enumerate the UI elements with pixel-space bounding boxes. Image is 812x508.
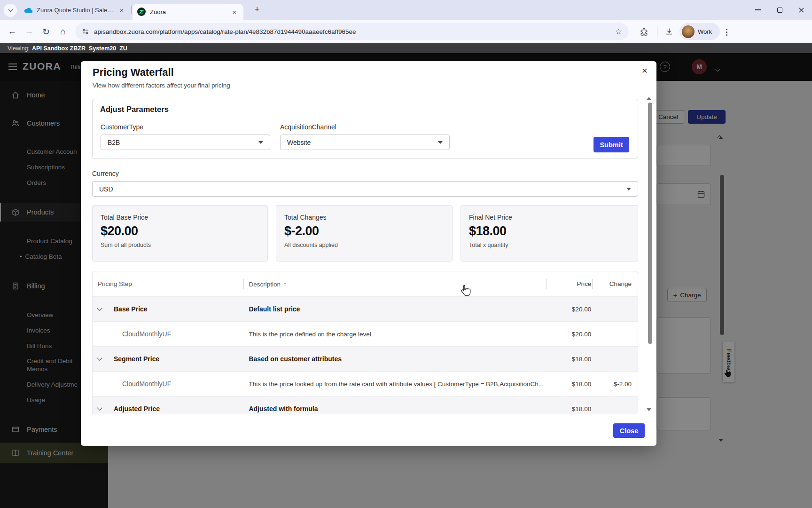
submit-button[interactable]: Submit (593, 137, 629, 152)
profile-avatar (682, 25, 695, 38)
salesforce-cloud-icon (23, 7, 32, 13)
adjust-parameters-heading: Adjust Parameters (100, 105, 169, 114)
screen: Zuora Quote Studio | Salesforce × Zuora … (0, 0, 812, 508)
browser-profile-button[interactable]: Work (679, 23, 720, 40)
acquisition-channel-label: AcquisitionChannel (280, 123, 336, 131)
browser-tab-zuora[interactable]: Zuora × (133, 4, 243, 20)
table-row-adjusted-price[interactable]: Adjusted Price Adjusted with formula $18… (93, 396, 638, 414)
home-button[interactable]: ⌂ (55, 20, 71, 43)
table-row-cloudmonthlyuf-segment[interactable]: CloudMonthlyUF This is the price looked … (93, 371, 638, 396)
tab-search-button[interactable] (4, 4, 17, 17)
modal-title: Pricing Waterfall (93, 66, 174, 79)
close-icon (798, 7, 804, 13)
column-divider (592, 279, 593, 289)
pricing-table: Pricing Step Description↑ Price Change B… (92, 271, 638, 414)
modal-subtitle: View how different factors affect your f… (93, 82, 230, 89)
extensions-button[interactable] (635, 20, 652, 43)
column-description[interactable]: Description↑ (243, 280, 546, 288)
acquisition-channel-select[interactable]: Website (280, 135, 450, 150)
reload-button[interactable]: ↻ (38, 20, 55, 43)
column-price[interactable]: Price (546, 280, 591, 287)
customer-type-label: CustomerType (101, 123, 143, 131)
dropdown-arrow-icon (438, 141, 443, 144)
new-tab-button[interactable]: + (251, 4, 263, 16)
column-change[interactable]: Change (591, 280, 638, 287)
site-info-icon[interactable] (82, 28, 89, 35)
stat-total-changes: Total Changes $-2.00 All discounts appli… (276, 205, 453, 262)
minimize-icon (755, 9, 761, 10)
address-bar[interactable]: apisandbox.zuora.com/platform/apps/catal… (75, 23, 629, 40)
sort-ascending-icon: ↑ (283, 280, 287, 288)
tab-separator (131, 6, 132, 14)
browser-menu-button[interactable] (726, 29, 727, 30)
table-row-cloudmonthlyuf-base[interactable]: CloudMonthlyUF This is the price defined… (93, 321, 638, 346)
banner-prefix: Viewing: (8, 45, 30, 52)
puzzle-icon (640, 27, 648, 36)
column-divider (243, 279, 244, 289)
banner-environment: API Sandbox ZBZR_System20_ZU (32, 45, 127, 52)
currency-select[interactable]: USD (92, 181, 638, 197)
tab-close-icon[interactable]: × (230, 8, 239, 16)
table-row-segment-price[interactable]: Segment Price Based on customer attribut… (93, 346, 638, 371)
stat-total-base-price: Total Base Price $20.00 Sum of all produ… (92, 205, 268, 262)
browser-toolbar: ← → ↻ ⌂ apisandbox.zuora.com/platform/ap… (0, 20, 812, 43)
chevron-down-icon (8, 8, 13, 12)
tab-title: Zuora Quote Studio | Salesforce (37, 7, 114, 14)
url-text[interactable]: apisandbox.zuora.com/platform/apps/catal… (94, 28, 615, 35)
row-collapse-chevron-icon[interactable] (97, 405, 102, 410)
table-row-base-price[interactable]: Base Price Default list price $20.00 (93, 296, 638, 321)
modal-close-icon[interactable]: × (638, 64, 651, 77)
bookmark-star-icon[interactable]: ☆ (615, 27, 622, 37)
profile-name: Work (698, 28, 712, 35)
browser-tab-strip: Zuora Quote Studio | Salesforce × Zuora … (0, 0, 812, 20)
modal-scroll-up-icon[interactable] (647, 97, 651, 100)
dropdown-arrow-icon (626, 188, 631, 190)
back-button[interactable]: ← (4, 20, 21, 43)
pricing-table-header: Pricing Step Description↑ Price Change (93, 271, 638, 296)
pricing-waterfall-modal: × Pricing Waterfall View how different f… (81, 61, 656, 446)
mouse-cursor (461, 284, 471, 299)
modal-scroll-down-icon[interactable] (647, 408, 651, 411)
maximize-icon (777, 8, 782, 13)
row-collapse-chevron-icon[interactable] (97, 305, 102, 310)
modal-scrollbar-thumb[interactable] (648, 103, 652, 344)
downloads-button[interactable] (661, 20, 678, 43)
download-icon (665, 27, 673, 36)
sandbox-banner: Viewing: API Sandbox ZBZR_System20_ZU (0, 43, 812, 53)
forward-button[interactable]: → (21, 20, 38, 43)
browser-tab-salesforce[interactable]: Zuora Quote Studio | Salesforce × (19, 0, 131, 20)
stat-final-net-price: Final Net Price $18.00 Total x quantity (461, 205, 638, 262)
window-maximize-button[interactable] (769, 0, 790, 20)
zuora-favicon (137, 8, 146, 16)
dropdown-arrow-icon (258, 141, 263, 144)
tab-title: Zuora (150, 8, 226, 16)
close-button[interactable]: Close (613, 423, 645, 438)
column-pricing-step[interactable]: Pricing Step (93, 280, 243, 287)
tab-close-icon[interactable]: × (117, 6, 126, 14)
customer-type-select[interactable]: B2B (101, 135, 270, 150)
window-controls (747, 0, 812, 20)
currency-label: Currency (92, 170, 119, 177)
row-collapse-chevron-icon[interactable] (97, 355, 102, 360)
window-minimize-button[interactable] (747, 0, 769, 20)
column-divider (547, 279, 547, 289)
window-close-button[interactable] (790, 0, 812, 20)
toolbar-divider (657, 26, 657, 37)
